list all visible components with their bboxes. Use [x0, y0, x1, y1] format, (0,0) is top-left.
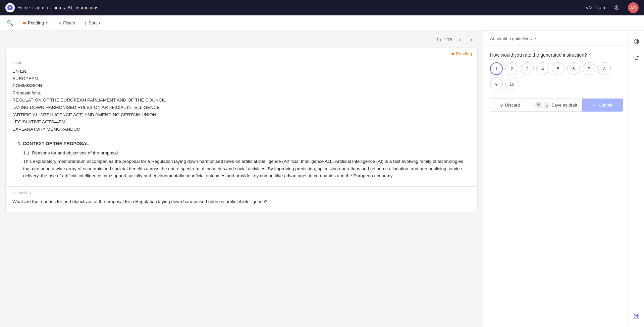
context-sub-heading: 1.1. Reasons for and objectives of the p… [23, 149, 471, 157]
annotation-header: Annotation guidelines ↗ [483, 31, 629, 46]
annotation-panel: Annotation guidelines ↗ How would you ra… [483, 31, 644, 327]
submit-button[interactable]: ↩ Submit [582, 99, 623, 112]
breadcrumb-admin[interactable]: admin [35, 5, 48, 10]
rating-btn-2[interactable]: 2 [505, 62, 518, 75]
settings-button[interactable]: ⚙ [610, 2, 623, 14]
external-link-icon: ↗ [533, 37, 536, 41]
avatar[interactable]: AD [628, 2, 639, 13]
status-dot-icon [451, 53, 454, 55]
save-draft-num: 5 [544, 103, 549, 108]
rating-buttons: 1 2 3 4 5 6 7 8 9 10 [490, 62, 622, 90]
instruction-section: instruction What are the reasons for and… [6, 187, 477, 212]
pagination-text: 1 of 178 [436, 37, 452, 42]
required-marker: * [589, 52, 591, 58]
guidelines-label: Annotation guidelines [490, 36, 532, 41]
train-button[interactable]: </> Train [586, 5, 605, 10]
discard-label: Discard [505, 103, 520, 108]
logo [5, 3, 15, 12]
cmd-icon: ⌘ [633, 313, 640, 320]
theme-toggle-button[interactable]: ◑ [631, 35, 643, 47]
chevron-down-icon: ▾ [46, 21, 48, 25]
right-icon-bar: ◑ ↺ ⌘ [629, 31, 644, 327]
input-line-6: LAYING DOWN HARMONISED RULES ON ARTIFICI… [12, 104, 471, 111]
code-icon: </> [586, 5, 592, 10]
submit-label: Submit [599, 103, 612, 108]
prev-button[interactable]: ‹ [455, 35, 464, 44]
annotation-content: Annotation guidelines ↗ How would you ra… [483, 31, 629, 327]
nav-right: </> Train ⚙ AD [586, 2, 639, 14]
save-draft-kbd: ⌘ [535, 102, 542, 108]
rating-btn-9[interactable]: 9 [490, 78, 503, 90]
sort-chevron-icon: ▾ [99, 21, 100, 25]
input-line-5: REGULATION OF THE EUROPEAN PARLIAMENT AN… [12, 96, 471, 104]
sort-button[interactable]: ↕ Sort ▾ [82, 19, 103, 27]
instruction-text: What are the reasons for and objectives … [12, 198, 471, 205]
toolbar: 🔍 Pending ▾ ≡ Filters ↕ Sort ▾ [0, 15, 644, 31]
main-layout: 1 of 178 ‹ › Pending input EN EN EUROPEA… [0, 31, 644, 327]
input-line-3: COMMISSION [12, 82, 471, 89]
save-draft-label: Save as draft [551, 103, 577, 108]
pending-filter[interactable]: Pending ▾ [19, 19, 52, 27]
status-badge: Pending [451, 51, 472, 56]
rating-question: How would you rate the generated instruc… [490, 52, 622, 58]
rating-section: How would you rate the generated instruc… [483, 46, 629, 96]
sort-label: Sort [89, 20, 97, 25]
search-icon: 🔍 [7, 20, 13, 26]
discard-button[interactable]: ⊙ Discard [489, 99, 530, 112]
search-button[interactable]: 🔍 [5, 18, 15, 27]
record-body: input EN EN EUROPEAN COMMISSION Proposal… [6, 56, 477, 186]
next-button[interactable]: › [467, 35, 476, 44]
rating-btn-4[interactable]: 4 [536, 62, 549, 75]
top-nav: Home / admin / notus_AI_instructions </>… [0, 0, 644, 15]
input-text: EN EN EUROPEAN COMMISSION Proposal for a… [12, 68, 471, 180]
annotation-panel-inner: Annotation guidelines ↗ How would you ra… [483, 31, 644, 327]
input-line-1: EN EN [12, 68, 471, 75]
input-line-4: Proposal for a [12, 89, 471, 97]
pending-dot-icon [23, 22, 26, 24]
instruction-label: instruction [12, 191, 471, 195]
content-panel: 1 of 178 ‹ › Pending input EN EN EUROPEA… [0, 31, 483, 327]
action-buttons: ⊙ Discard ⌘ 5 Save as draft ↩ Submit [483, 99, 629, 117]
input-line-2: EUROPEAN [12, 75, 471, 82]
input-label: input [12, 60, 471, 65]
rating-btn-3[interactable]: 3 [521, 62, 534, 75]
rating-btn-7[interactable]: 7 [583, 62, 595, 75]
filters-label: Filters [63, 20, 75, 25]
submit-icon: ↩ [593, 103, 597, 108]
annotation-guidelines-link[interactable]: Annotation guidelines ↗ [490, 36, 536, 41]
context-body: This explanatory memorandum accompanies … [23, 158, 471, 180]
context-item: 1. CONTEXT OF THE PROPOSAL 1.1. Reasons … [18, 140, 471, 180]
cmd-icon-container: ⌘ [633, 312, 640, 320]
breadcrumb: Home / admin / notus_AI_instructions [17, 5, 98, 10]
pagination-bar: 1 of 178 ‹ › [5, 35, 478, 44]
breadcrumb-current: notus_AI_instructions [53, 5, 98, 10]
record-header: Pending [6, 48, 477, 56]
nav-left: Home / admin / notus_AI_instructions [5, 3, 98, 12]
sort-icon: ↕ [85, 20, 87, 25]
save-draft-button[interactable]: ⌘ 5 Save as draft [530, 99, 582, 112]
status-label: Pending [456, 51, 472, 56]
input-line-8: LEGISLATIVE ACTS▬EN [12, 118, 471, 126]
discard-icon: ⊙ [499, 103, 503, 108]
rating-btn-5[interactable]: 5 [552, 62, 565, 75]
train-label: Train [595, 5, 605, 10]
input-line-7: (ARTIFICIAL INTELLIGENCE ACT) AND AMENDI… [12, 111, 471, 119]
rating-btn-10[interactable]: 10 [505, 78, 518, 90]
rating-btn-8[interactable]: 8 [598, 62, 611, 75]
breadcrumb-home[interactable]: Home [17, 5, 30, 10]
filter-icon: ≡ [59, 20, 61, 25]
pending-label: Pending [28, 20, 44, 25]
rating-btn-1[interactable]: 1 [490, 62, 503, 75]
rating-btn-6[interactable]: 6 [567, 62, 580, 75]
record-card: Pending input EN EN EUROPEAN COMMISSION … [5, 48, 478, 212]
filters-button[interactable]: ≡ Filters [56, 19, 78, 27]
input-line-9: EXPLANATORY MEMORANDUM [12, 126, 471, 133]
refresh-button[interactable]: ↺ [631, 52, 643, 64]
